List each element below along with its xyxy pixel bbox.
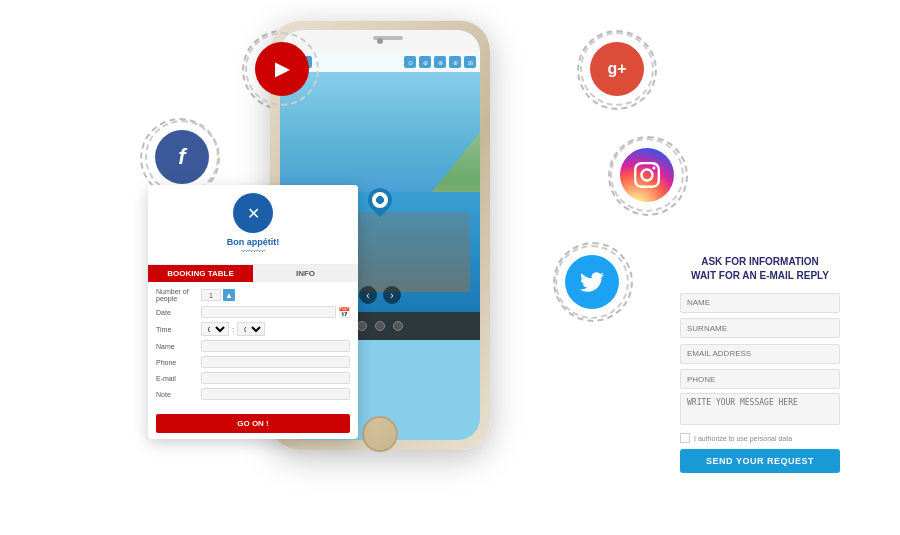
- map-marker-wrapper: [368, 188, 392, 212]
- map-marker-inner: [369, 189, 392, 212]
- nav-arrows: ‹ ›: [359, 286, 401, 304]
- arrow-right[interactable]: ›: [383, 286, 401, 304]
- toolbar-icon4: ⊕: [449, 56, 461, 68]
- tab-info[interactable]: INFO: [253, 265, 358, 282]
- send-request-button[interactable]: SEND YOUR REQUEST: [680, 449, 840, 473]
- logo-circle: ✕: [233, 193, 273, 233]
- youtube-icon[interactable]: ▶: [255, 42, 309, 96]
- form-row-note: Note: [156, 388, 350, 400]
- time-label: Time: [156, 326, 201, 333]
- facebook-icon[interactable]: f: [155, 130, 209, 184]
- form-row-name: Name: [156, 340, 350, 352]
- info-phone-field[interactable]: [680, 369, 840, 389]
- form-row-phone: Phone: [156, 356, 350, 368]
- arrow-left[interactable]: ‹: [359, 286, 377, 304]
- toolbar-icon3: ⊗: [434, 56, 446, 68]
- time-separator: :: [232, 325, 234, 334]
- ctrl-dot-3: [393, 321, 403, 331]
- email-label: E-mail: [156, 375, 201, 382]
- time-inputs: 00 : 00: [201, 322, 265, 336]
- date-input[interactable]: [201, 306, 336, 318]
- form-row-date: Date 📅: [156, 306, 350, 318]
- googleplus-icon[interactable]: g+: [590, 42, 644, 96]
- info-message-field[interactable]: [680, 393, 840, 425]
- minute-select[interactable]: 00: [237, 322, 265, 336]
- go-on-button[interactable]: GO ON !: [156, 414, 350, 433]
- spin-up[interactable]: ▲: [223, 289, 235, 301]
- logo-text: Bon appétit!: [156, 237, 350, 247]
- booking-panel: ✕ Bon appétit! 〰〰〰 BOOKING TABLE INFO Nu…: [148, 185, 358, 439]
- phone-label: Phone: [156, 359, 201, 366]
- logo-wave: 〰〰〰: [156, 247, 350, 256]
- ctrl-dot-1: [357, 321, 367, 331]
- email-input[interactable]: [201, 372, 350, 384]
- instagram-icon[interactable]: [620, 148, 674, 202]
- phone-camera: [377, 38, 383, 44]
- spinbox-people: 1 ▲: [201, 289, 235, 301]
- info-title-line2: WAIT FOR AN E-MAIL REPLY: [680, 269, 840, 283]
- date-label: Date: [156, 309, 201, 316]
- info-checkbox-label: I authorize to use personal data: [694, 435, 792, 442]
- form-row-email: E-mail: [156, 372, 350, 384]
- booking-logo: ✕ Bon appétit! 〰〰〰: [148, 185, 358, 265]
- name-label: Name: [156, 343, 201, 350]
- note-input[interactable]: [201, 388, 350, 400]
- map-marker: [363, 183, 397, 217]
- note-label: Note: [156, 391, 201, 398]
- info-surname-field[interactable]: [680, 318, 840, 338]
- form-row-time: Time 00 : 00: [156, 322, 350, 336]
- twitter-icon[interactable]: [565, 255, 619, 309]
- ctrl-dot-2: [375, 321, 385, 331]
- info-panel-title: ASK FOR INFORMATION WAIT FOR AN E-MAIL R…: [680, 255, 840, 283]
- calendar-icon: 📅: [338, 307, 350, 318]
- info-checkbox-row: I authorize to use personal data: [680, 433, 840, 443]
- booking-form: Number of people 1 ▲ Date 📅 Time 00 : 00…: [148, 282, 358, 410]
- toolbar-icon2: ⊕: [419, 56, 431, 68]
- info-email-field[interactable]: [680, 344, 840, 364]
- booking-tabs: BOOKING TABLE INFO: [148, 265, 358, 282]
- instagram-svg: [634, 162, 660, 188]
- phone-home-button[interactable]: [362, 416, 398, 452]
- twitter-svg: [580, 270, 604, 294]
- spin-value: 1: [201, 289, 221, 301]
- info-panel: ASK FOR INFORMATION WAIT FOR AN E-MAIL R…: [680, 255, 840, 473]
- phone-input[interactable]: [201, 356, 350, 368]
- name-input[interactable]: [201, 340, 350, 352]
- info-name-field[interactable]: [680, 293, 840, 313]
- hour-select[interactable]: 00: [201, 322, 229, 336]
- toolbar-icon5: ⊞: [464, 56, 476, 68]
- form-row-people: Number of people 1 ▲: [156, 288, 350, 302]
- map-marker-dot: [374, 194, 385, 205]
- people-label: Number of people: [156, 288, 201, 302]
- toolbar-icon1: ⊙: [404, 56, 416, 68]
- info-title-line1: ASK FOR INFORMATION: [680, 255, 840, 269]
- info-checkbox[interactable]: [680, 433, 690, 443]
- tab-booking-table[interactable]: BOOKING TABLE: [148, 265, 253, 282]
